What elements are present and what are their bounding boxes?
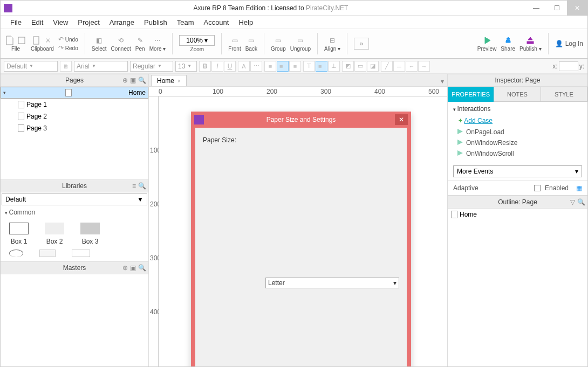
style-settings-icon[interactable]: 🗎 [60,61,72,72]
font-dropdown[interactable]: Arial▼ [74,61,128,72]
widget-placeholder[interactable] [72,250,90,257]
new-file-icon[interactable] [5,36,15,45]
paper-size-select[interactable]: Letter▾ [265,278,399,288]
login-button[interactable]: 👤Log In [555,40,583,47]
widget-box1[interactable]: Box 1 [9,223,29,245]
event-onwindowscroll[interactable]: OnWindowScroll [453,148,582,159]
x-input[interactable] [559,61,578,71]
page-item-page3[interactable]: Page 3 [1,122,148,134]
library-section[interactable]: ▾ Common [1,206,148,218]
share-icon[interactable] [503,36,513,45]
style-dropdown[interactable]: Default▼ [4,61,58,72]
tab-properties[interactable]: PROPERTIES [448,87,494,102]
close-button[interactable]: ✕ [567,1,587,16]
add-master-icon[interactable]: ⊕ [122,264,128,272]
page-item-page2[interactable]: Page 2 [1,110,148,122]
valign-top-button[interactable]: ⊤ [303,61,315,72]
size-dropdown[interactable]: 13▼ [175,61,197,72]
zoom-dropdown[interactable]: 100% ▾ [179,35,215,46]
tab-notes[interactable]: NOTES [494,87,541,102]
more-icon[interactable]: ⋯ [153,36,162,45]
undo-button[interactable]: ↶Undo [58,36,78,43]
ungroup-icon[interactable]: ▭ [296,36,305,45]
canvas[interactable]: Paper Size and Settings ✕ Paper Size: Le… [159,96,447,366]
enabled-checkbox[interactable] [534,185,541,191]
libs-menu-icon[interactable]: ≡ [132,182,136,190]
tab-style[interactable]: STYLE [541,87,587,102]
line-width-button[interactable]: ═ [393,61,405,72]
valign-bottom-button[interactable]: ⊥ [328,61,340,72]
libs-search-icon[interactable]: 🔍 [138,182,146,190]
window-title: Axure RP 8 Team Edition : Licensed to Pi… [16,4,526,12]
preview-icon[interactable] [482,36,492,45]
menu-account[interactable]: Account [199,17,233,27]
line-style-button[interactable]: ╱ [381,61,393,72]
search-pages-icon[interactable]: 🔍 [138,77,146,84]
paste-icon[interactable] [31,36,41,45]
adaptive-settings-icon[interactable]: ▦ [576,184,582,192]
menu-project[interactable]: Project [73,17,104,27]
menu-team[interactable]: Team [173,17,199,27]
pen-icon[interactable]: ✎ [135,36,145,45]
event-onpageload[interactable]: OnPageLoad [453,127,582,137]
menu-edit[interactable]: Edit [27,17,47,27]
outline-header: Outline: Page ▽🔍 [448,196,587,209]
align-center-button[interactable]: ≡ [277,61,289,72]
border-button[interactable]: ▭ [354,61,366,72]
connect-icon[interactable]: ⟲ [116,36,126,45]
interactions-heading[interactable]: ▾ Interactions [453,105,582,113]
svg-rect-1 [33,37,39,44]
italic-button[interactable]: I [211,61,223,72]
front-icon[interactable]: ▭ [230,36,240,45]
align-right-button[interactable]: ≡ [289,61,301,72]
underline-button[interactable]: U [224,61,236,72]
tab-menu-icon[interactable]: ▾ [440,77,447,86]
save-icon[interactable] [17,36,26,45]
align-left-button[interactable]: ≡ [264,61,276,72]
bold-button[interactable]: B [199,61,211,72]
menu-file[interactable]: File [6,17,26,27]
add-folder-icon[interactable]: ▣ [130,77,136,84]
publish-icon[interactable] [525,36,535,45]
text-color-button[interactable]: A [238,61,250,72]
valign-middle-button[interactable]: ≡ [316,61,327,72]
shadow-button[interactable]: ◪ [367,61,379,72]
widget-box3[interactable]: Box 3 [80,223,100,245]
redo-button[interactable]: ↷Redo [58,44,78,52]
more-events-dropdown[interactable]: More Events▾ [453,165,582,177]
cut-icon[interactable] [43,36,53,45]
back-icon[interactable]: ▭ [247,36,256,45]
add-master-folder-icon[interactable]: ▣ [130,264,136,272]
menu-help[interactable]: Help [234,17,257,27]
widget-ellipse[interactable] [9,250,23,257]
menu-view[interactable]: View [49,17,72,27]
select-icon[interactable]: ◧ [94,36,104,45]
maximize-button[interactable]: ☐ [546,1,567,16]
more-type-button[interactable]: ⋯ [250,61,262,72]
group-icon[interactable]: ▭ [274,36,283,45]
page-item-home[interactable]: ▾Home [1,87,148,99]
event-onwindowresize[interactable]: OnWindowResize [453,137,582,148]
add-case-link[interactable]: Add Case [464,117,493,124]
menu-publish[interactable]: Publish [140,17,172,27]
overflow-button[interactable]: » [354,38,369,50]
align-icon[interactable]: ⊟ [327,36,337,45]
menu-arrange[interactable]: Arrange [105,17,139,27]
outline-filter-icon[interactable]: ▽ [570,198,575,206]
widget-image[interactable] [39,250,56,257]
tab-close-icon[interactable]: × [177,78,181,84]
page-item-page1[interactable]: Page 1 [1,99,148,110]
weight-dropdown[interactable]: Regular▼ [130,61,173,72]
outline-item-home[interactable]: Home [448,209,587,220]
arrow-start-button[interactable]: ← [406,61,418,72]
library-dropdown[interactable]: Default▼ [2,193,147,205]
arrow-end-button[interactable]: → [418,61,430,72]
tab-home[interactable]: Home× [151,75,187,86]
outline-search-icon[interactable]: 🔍 [577,198,585,206]
fill-button[interactable]: ◩ [342,61,354,72]
widget-box2[interactable]: Box 2 [45,223,64,245]
add-page-icon[interactable]: ⊕ [122,77,128,84]
minimize-button[interactable]: — [526,1,546,16]
dialog-close-button[interactable]: ✕ [395,114,408,125]
search-masters-icon[interactable]: 🔍 [138,264,146,272]
